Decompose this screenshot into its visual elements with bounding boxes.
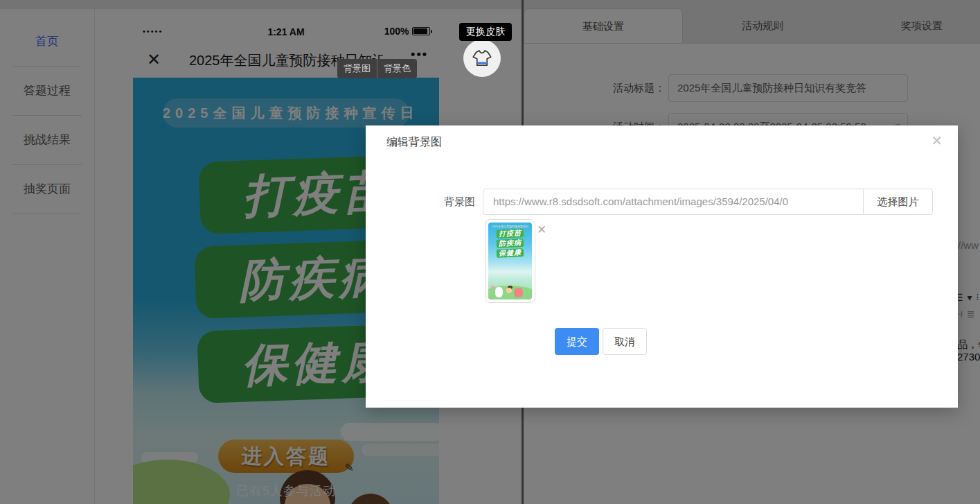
- submit-button[interactable]: 提交: [555, 328, 599, 355]
- thumbnail-slogan-2: 防疾病: [497, 238, 524, 248]
- modal-close-icon[interactable]: ✕: [931, 132, 943, 149]
- thumbnail-doctor-figure: [495, 287, 503, 297]
- cancel-button[interactable]: 取消: [603, 328, 647, 355]
- thumbnail-poster: 2025全国儿童预防接种宣传日 打疫苗 防疾病 保健康: [488, 223, 532, 299]
- thumbnail-slogan-3: 保健康: [497, 248, 524, 258]
- change-skin-tooltip: 更换皮肤: [459, 23, 512, 41]
- thumbnail-mother-figure: [514, 288, 523, 297]
- app-root: 首页 答题过程 挑战结果 抽奖页面 ••••• 1:21 AM 100% ✕: [0, 0, 980, 504]
- bg-image-url-value: https://www.r8.sdsdsoft.com/attachment/i…: [483, 189, 863, 214]
- bg-image-thumbnail[interactable]: 2025全国儿童预防接种宣传日 打疫苗 防疾病 保健康: [485, 219, 535, 303]
- change-skin-button[interactable]: [463, 40, 501, 77]
- modal-title: 编辑背景图: [386, 135, 442, 150]
- edit-background-modal: 编辑背景图 ✕ 背景图 https://www.r8.sdsdsoft.com/…: [366, 125, 958, 408]
- thumbnail-flower: [491, 286, 495, 289]
- bg-image-url-input[interactable]: https://www.r8.sdsdsoft.com/attachment/i…: [483, 189, 864, 215]
- thumbnail-banner: 2025全国儿童预防接种宣传日: [488, 223, 532, 228]
- background-edit-chips: 背景图 背景色: [337, 59, 417, 78]
- bg-color-chip-button[interactable]: 背景色: [377, 59, 417, 78]
- choose-image-button[interactable]: 选择图片: [863, 189, 933, 215]
- thumbnail-child-figure: [506, 288, 512, 293]
- thumbnail-slogan-1: 打疫苗: [497, 229, 524, 238]
- bg-image-field-label: 背景图: [444, 195, 475, 209]
- thumbnail-delete-icon[interactable]: ✕: [537, 223, 546, 237]
- tshirt-icon: [470, 48, 494, 69]
- bg-image-chip-button[interactable]: 背景图: [337, 59, 377, 78]
